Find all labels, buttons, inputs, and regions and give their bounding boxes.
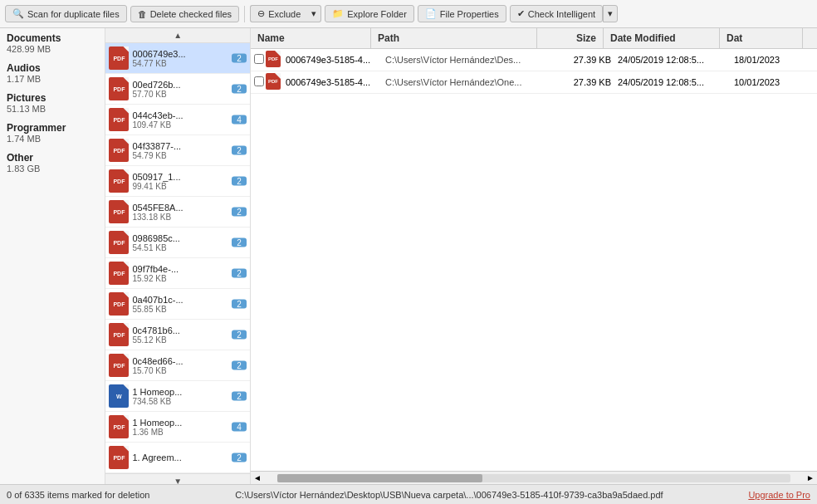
check-intelligent-arrow[interactable]: ▾ bbox=[603, 5, 618, 22]
category-pictures[interactable]: Pictures 51.13 MB bbox=[0, 88, 105, 118]
exclude-dropdown[interactable]: ⊖ Exclude ▾ bbox=[250, 5, 321, 22]
row-checkbox[interactable] bbox=[251, 76, 266, 89]
upgrade-link[interactable]: Upgrade to Pro bbox=[748, 490, 810, 500]
file-size: 54.79 KB bbox=[132, 151, 247, 160]
file-item[interactable]: PDF1 Homeop...1.36 MB4 bbox=[105, 412, 250, 443]
file-item[interactable]: PDF0a407b1c-...55.85 KB2 bbox=[105, 289, 250, 320]
scroll-down-arrow[interactable]: ▼ bbox=[105, 473, 250, 484]
duplicate-badge: 2 bbox=[232, 208, 247, 217]
file-properties-button[interactable]: 📄 File Properties bbox=[418, 5, 506, 22]
file-size: 1.36 MB bbox=[132, 428, 247, 437]
category-documents-size: 428.99 MB bbox=[7, 44, 98, 54]
col-header-path[interactable]: Path bbox=[371, 28, 537, 48]
category-other[interactable]: Other 1.83 GB bbox=[0, 148, 105, 178]
check-intelligent-dropdown[interactable]: ▾ bbox=[606, 5, 618, 22]
file-name: 0006749e3... bbox=[132, 49, 219, 59]
file-name: 0c48ed66-... bbox=[132, 356, 219, 366]
file-list-panel: ▲ PDF0006749e3...54.77 KB2PDF00ed726b...… bbox=[105, 28, 251, 484]
duplicate-badge: 2 bbox=[232, 177, 247, 186]
table-row[interactable]: PDF 0006749e3-5185-4... C:\Users\Víctor … bbox=[251, 71, 817, 94]
category-programmer[interactable]: Programmer 1.74 MB bbox=[0, 118, 105, 148]
pdf-icon: PDF bbox=[109, 262, 129, 285]
horizontal-scrollbar[interactable]: ◄ ► bbox=[251, 471, 817, 484]
category-documents[interactable]: Documents 428.99 MB bbox=[0, 28, 105, 58]
file-name: 00ed726b... bbox=[132, 80, 219, 90]
file-item[interactable]: PDF0545FE8A...133.18 KB2 bbox=[105, 197, 250, 228]
row-date-modified: 24/05/2019 12:08:5... bbox=[618, 77, 734, 87]
category-audios-size: 1.17 MB bbox=[7, 74, 98, 84]
file-item[interactable]: PDF1. Agreem...2 bbox=[105, 443, 250, 473]
scroll-up-arrow[interactable]: ▲ bbox=[105, 28, 250, 43]
col-header-size[interactable]: Size bbox=[537, 28, 604, 48]
pdf-icon: PDF bbox=[109, 446, 129, 469]
file-item[interactable]: W1 Homeop...734.58 KB2 bbox=[105, 381, 250, 412]
scroll-right-btn[interactable]: ► bbox=[804, 473, 817, 482]
file-size: 54.77 KB bbox=[132, 59, 247, 68]
scroll-thumb bbox=[277, 474, 482, 482]
exclude-button[interactable]: ⊖ Exclude bbox=[250, 5, 307, 22]
row-checkbox[interactable] bbox=[251, 54, 266, 66]
file-item[interactable]: PDF050917_1...99.41 KB2 bbox=[105, 166, 250, 197]
pdf-icon: PDF bbox=[109, 354, 129, 377]
file-name: 04f33877-... bbox=[132, 141, 219, 151]
category-programmer-size: 1.74 MB bbox=[7, 134, 98, 144]
status-path: C:\Users\Víctor Hernández\Desktop\USB\Nu… bbox=[235, 490, 663, 500]
category-audios[interactable]: Audios 1.17 MB bbox=[0, 58, 105, 88]
col-header-date[interactable]: Dat bbox=[720, 28, 803, 48]
row-size: 27.39 KB bbox=[551, 77, 618, 87]
file-size: 57.70 KB bbox=[132, 90, 247, 99]
category-audios-label: Audios bbox=[7, 62, 98, 74]
delete-icon: 🗑 bbox=[138, 9, 147, 19]
detail-header: Name Path Size Date Modified Dat bbox=[251, 28, 817, 49]
scroll-left-btn[interactable]: ◄ bbox=[251, 473, 264, 482]
delete-button[interactable]: 🗑 Delete checked files bbox=[130, 6, 239, 22]
file-item[interactable]: PDF04f33877-...54.79 KB2 bbox=[105, 135, 250, 166]
file-item[interactable]: PDF0c48ed66-...15.70 KB2 bbox=[105, 350, 250, 381]
check-intelligent-button[interactable]: ✔ Check Intelligent bbox=[510, 5, 603, 22]
file-size: 55.85 KB bbox=[132, 305, 247, 314]
file-name: 09f7fb4e-... bbox=[132, 264, 219, 274]
file-name: 050917_1... bbox=[132, 172, 219, 182]
duplicate-badge: 2 bbox=[232, 300, 247, 309]
duplicate-badge: 4 bbox=[232, 115, 247, 125]
file-item[interactable]: PDF09f7fb4e-...15.92 KB2 bbox=[105, 258, 250, 289]
pdf-icon: PDF bbox=[109, 323, 129, 346]
pdf-icon: PDF bbox=[109, 415, 129, 438]
exclude-arrow[interactable]: ▾ bbox=[307, 5, 321, 22]
detail-rows-area: PDF 0006749e3-5185-4... C:\Users\Víctor … bbox=[251, 49, 817, 471]
file-name: 0a407b1c-... bbox=[132, 295, 219, 305]
file-size: 15.92 KB bbox=[132, 274, 247, 283]
main-content: Documents 428.99 MB Audios 1.17 MB Pictu… bbox=[0, 28, 817, 484]
col-header-name[interactable]: Name bbox=[251, 28, 371, 48]
col-header-date-modified[interactable]: Date Modified bbox=[604, 28, 720, 48]
exclude-icon: ⊖ bbox=[257, 8, 265, 19]
table-row[interactable]: PDF 0006749e3-5185-4... C:\Users\Víctor … bbox=[251, 49, 817, 71]
pdf-icon: PDF bbox=[109, 46, 129, 70]
file-name: 044c43eb-... bbox=[132, 110, 219, 120]
file-item[interactable]: PDF0006749e3...54.77 KB2 bbox=[105, 43, 250, 74]
row-pdf-icon: PDF bbox=[266, 73, 284, 91]
file-item[interactable]: PDF044c43eb-...109.47 KB4 bbox=[105, 105, 250, 135]
file-item[interactable]: PDF0c4781b6...55.12 KB2 bbox=[105, 320, 250, 350]
scan-icon: 🔍 bbox=[12, 8, 24, 19]
pdf-icon: PDF bbox=[109, 77, 129, 100]
explore-folder-button[interactable]: 📁 Explore Folder bbox=[325, 5, 414, 22]
file-size: 54.51 KB bbox=[132, 243, 247, 252]
file-name: 0c4781b6... bbox=[132, 325, 219, 335]
row-name: 0006749e3-5185-4... bbox=[286, 55, 385, 65]
scan-button[interactable]: 🔍 Scan for duplicate files bbox=[5, 5, 127, 22]
row-date: 10/01/2023 bbox=[734, 77, 817, 87]
duplicate-badge: 2 bbox=[232, 453, 247, 462]
separator-1 bbox=[244, 6, 245, 22]
row-size: 27.39 KB bbox=[551, 55, 618, 65]
file-name: 1 Homeop... bbox=[132, 418, 219, 428]
category-panel: Documents 428.99 MB Audios 1.17 MB Pictu… bbox=[0, 28, 105, 484]
check-icon: ✔ bbox=[517, 8, 525, 19]
file-item[interactable]: PDF00ed726b...57.70 KB2 bbox=[105, 74, 250, 105]
scroll-track[interactable] bbox=[277, 474, 790, 482]
file-name: 1. Agreem... bbox=[132, 453, 219, 462]
file-item[interactable]: PDF0986985c...54.51 KB2 bbox=[105, 228, 250, 258]
category-other-size: 1.83 GB bbox=[7, 164, 98, 174]
status-bar: 0 of 6335 items marked for deletion C:\U… bbox=[0, 484, 817, 504]
category-pictures-size: 51.13 MB bbox=[7, 104, 98, 114]
